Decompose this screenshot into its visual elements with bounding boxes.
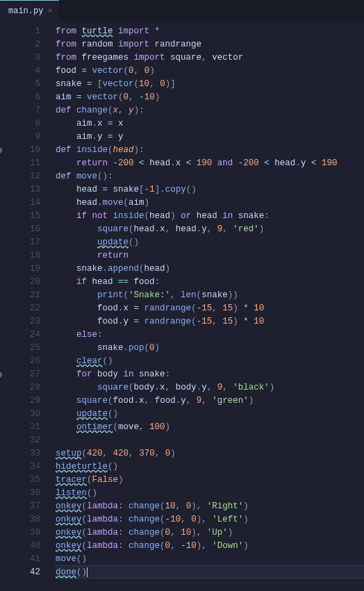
- code-line[interactable]: onkey(lambda: change(0, -10), 'Down'): [56, 540, 364, 553]
- code-line[interactable]: snake = [vector(10, 0)]: [56, 78, 364, 91]
- line-number: 13: [0, 183, 40, 197]
- line-number: 6: [0, 91, 40, 104]
- tab-main-py[interactable]: main.py ×: [0, 0, 59, 21]
- code-line[interactable]: return -200 < head.x < 190 and -200 < he…: [56, 157, 364, 170]
- line-number: 12: [0, 170, 40, 183]
- code-line[interactable]: hideturtle(): [56, 460, 364, 474]
- code-line[interactable]: def move():: [56, 170, 364, 183]
- code-line[interactable]: food = vector(0, 0): [56, 65, 364, 78]
- code-line[interactable]: from freegames import square, vector: [56, 51, 364, 65]
- line-number: 3: [0, 51, 40, 65]
- breakpoint-icon[interactable]: [0, 372, 2, 378]
- code-line[interactable]: square(body.x, body.y, 9, 'black'): [56, 381, 364, 394]
- line-number: 33: [0, 447, 40, 460]
- line-number: 39: [0, 526, 40, 540]
- line-number: 9: [0, 131, 40, 144]
- line-number: 22: [0, 302, 40, 315]
- line-number: 17: [0, 236, 40, 249]
- line-number: 29: [0, 394, 40, 408]
- line-number: 32: [0, 434, 40, 447]
- code-line[interactable]: listen(): [56, 487, 364, 500]
- code-line[interactable]: return: [56, 249, 364, 263]
- line-number: 14: [0, 197, 40, 210]
- line-number: 38: [0, 513, 40, 526]
- line-number: 36: [0, 487, 40, 500]
- line-number: 23: [0, 315, 40, 328]
- line-number: 41: [0, 553, 40, 566]
- code-line[interactable]: done(): [56, 565, 364, 578]
- line-number: 28: [0, 381, 40, 394]
- line-number: 7: [0, 104, 40, 117]
- code-line[interactable]: move(): [56, 553, 364, 566]
- line-number: 26: [0, 355, 40, 368]
- code-line[interactable]: if head == food:: [56, 276, 364, 289]
- code-line[interactable]: onkey(lambda: change(0, 10), 'Up'): [56, 526, 364, 540]
- line-number: 30: [0, 408, 40, 421]
- code-area[interactable]: from turtle import *from random import r…: [50, 21, 364, 591]
- line-number: 35: [0, 474, 40, 487]
- line-number: 19: [0, 263, 40, 276]
- close-icon[interactable]: ×: [47, 7, 52, 15]
- line-number: 2: [0, 38, 40, 51]
- code-line[interactable]: tracer(False): [56, 474, 364, 487]
- line-number: 16: [0, 223, 40, 236]
- line-number: 34: [0, 460, 40, 474]
- line-number: 4: [0, 65, 40, 78]
- code-line[interactable]: food.y = randrange(-15, 15) * 10: [56, 315, 364, 328]
- code-line[interactable]: square(head.x, head.y, 9, 'red'): [56, 223, 364, 236]
- tab-title: main.py: [8, 6, 43, 16]
- code-line[interactable]: else:: [56, 328, 364, 342]
- line-number: 20: [0, 276, 40, 289]
- line-number: 40: [0, 540, 40, 553]
- code-line[interactable]: snake.append(head): [56, 263, 364, 276]
- line-number: 31: [0, 421, 40, 434]
- code-line[interactable]: head.move(aim): [56, 197, 364, 210]
- code-line[interactable]: from turtle import *: [56, 25, 364, 38]
- code-line[interactable]: head = snake[-1].copy(): [56, 183, 364, 197]
- line-number: 11: [0, 157, 40, 170]
- line-number: 15: [0, 210, 40, 223]
- line-number: 10: [0, 144, 40, 157]
- code-line[interactable]: ontimer(move, 100): [56, 421, 364, 434]
- code-line[interactable]: onkey(lambda: change(-10, 0), 'Left'): [56, 513, 364, 526]
- line-number: 5: [0, 78, 40, 91]
- code-line[interactable]: def change(x, y):: [56, 104, 364, 117]
- code-line[interactable]: onkey(lambda: change(10, 0), 'Right'): [56, 500, 364, 513]
- line-gutter: 1234567891011121314151617181920212223242…: [0, 21, 50, 591]
- line-number: 21: [0, 289, 40, 302]
- line-number: 25: [0, 342, 40, 355]
- code-line[interactable]: snake.pop(0): [56, 342, 364, 355]
- code-line[interactable]: update(): [56, 408, 364, 421]
- line-number: 27: [0, 368, 40, 381]
- code-line[interactable]: if not inside(head) or head in snake:: [56, 210, 364, 223]
- line-number: 24: [0, 328, 40, 342]
- code-line[interactable]: setup(420, 420, 370, 0): [56, 447, 364, 460]
- code-line[interactable]: aim.x = x: [56, 117, 364, 131]
- line-number: 18: [0, 249, 40, 263]
- breakpoint-icon[interactable]: [0, 147, 2, 153]
- line-number: 42: [0, 566, 40, 579]
- code-line[interactable]: def inside(head):: [56, 144, 364, 157]
- code-line[interactable]: update(): [56, 236, 364, 249]
- code-line[interactable]: from random import randrange: [56, 38, 364, 51]
- code-line[interactable]: [56, 434, 364, 447]
- code-line[interactable]: aim = vector(0, -10): [56, 91, 364, 104]
- line-number: 1: [0, 25, 40, 38]
- code-line[interactable]: print('Snake:', len(snake)): [56, 289, 364, 302]
- code-line[interactable]: clear(): [56, 355, 364, 368]
- code-line[interactable]: food.x = randrange(-15, 15) * 10: [56, 302, 364, 315]
- line-number: 37: [0, 500, 40, 513]
- editor[interactable]: 1234567891011121314151617181920212223242…: [0, 21, 364, 591]
- line-number: 8: [0, 117, 40, 131]
- code-line[interactable]: square(food.x, food.y, 9, 'green'): [56, 394, 364, 408]
- code-line[interactable]: aim.y = y: [56, 131, 364, 144]
- tab-bar: main.py ×: [0, 0, 364, 21]
- code-line[interactable]: for body in snake:: [56, 368, 364, 381]
